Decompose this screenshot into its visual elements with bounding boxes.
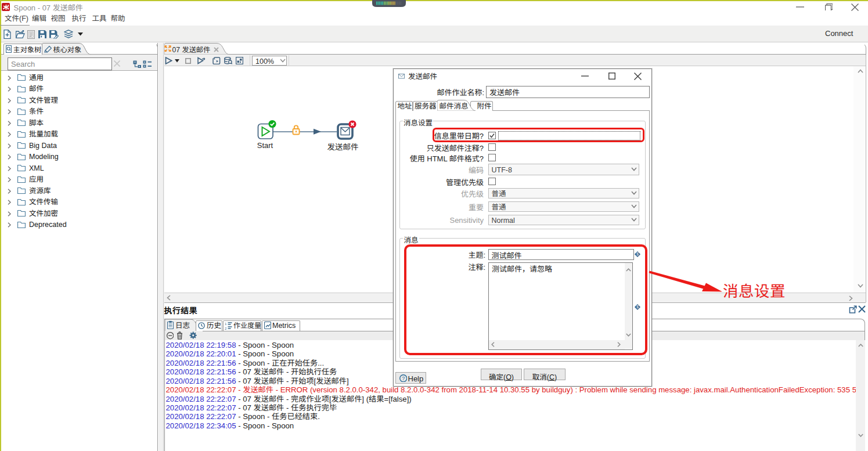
svg-text:1: 1 [225, 322, 227, 325]
svg-text:2: 2 [225, 326, 227, 330]
svg-text:$: $ [636, 252, 639, 256]
svg-text:$: $ [636, 305, 639, 309]
svg-text:?: ? [402, 375, 405, 381]
